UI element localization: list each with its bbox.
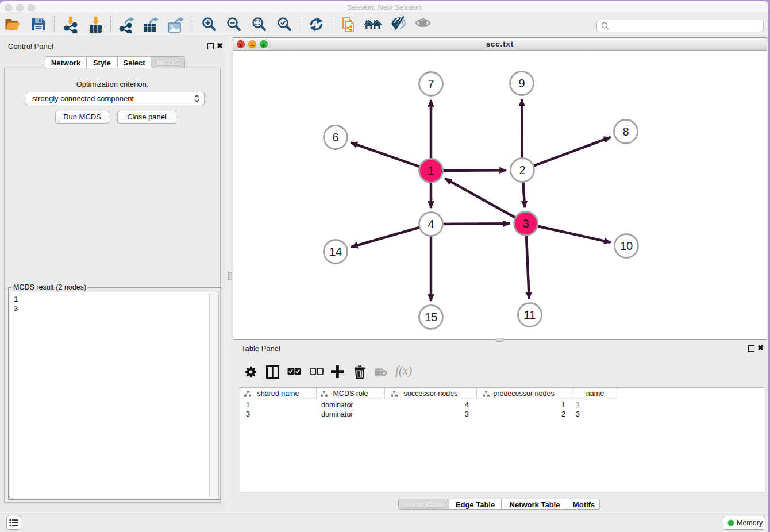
- svg-text:3: 3: [522, 217, 529, 230]
- svg-text:8: 8: [622, 125, 629, 138]
- svg-text:10: 10: [620, 240, 633, 252]
- svg-text:1: 1: [428, 164, 434, 177]
- svg-text:2: 2: [519, 164, 525, 176]
- svg-text:14: 14: [329, 245, 342, 258]
- svg-text:15: 15: [425, 311, 437, 323]
- svg-text:4: 4: [428, 218, 434, 230]
- svg-text:7: 7: [428, 78, 434, 90]
- svg-text:11: 11: [524, 309, 536, 321]
- svg-text:9: 9: [518, 77, 525, 90]
- svg-text:6: 6: [332, 131, 338, 144]
